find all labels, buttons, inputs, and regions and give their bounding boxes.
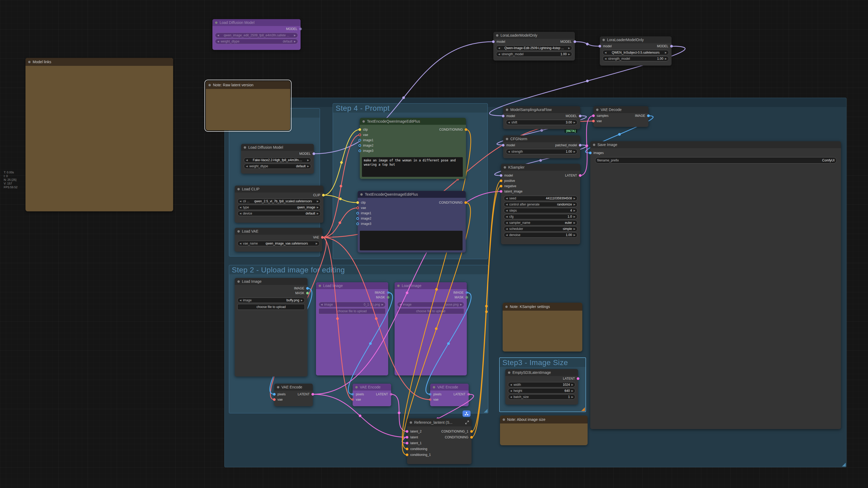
- collapse-dot-icon[interactable]: [397, 285, 400, 287]
- node-header[interactable]: TextEncodeQwenImageEditPlus: [358, 191, 466, 198]
- subgraph-badge-icon[interactable]: [463, 410, 470, 417]
- output-port-latent[interactable]: [311, 393, 314, 396]
- output-port-model[interactable]: [299, 28, 302, 30]
- collapse-dot-icon[interactable]: [602, 39, 605, 41]
- input-port-image1[interactable]: [359, 139, 361, 142]
- input-port-vae[interactable]: [429, 398, 432, 401]
- note-model-links-header[interactable]: Model links: [26, 58, 173, 66]
- collapse-dot-icon[interactable]: [28, 61, 31, 63]
- input-port-model[interactable]: [502, 144, 504, 147]
- batch-size-widget[interactable]: ◀ batch_size1▶: [508, 394, 576, 400]
- group-step2-resize-handle[interactable]: [484, 409, 488, 413]
- output-port-latent[interactable]: [579, 174, 582, 177]
- output-port-conditioning[interactable]: [464, 201, 467, 204]
- node-header[interactable]: Load Image: [235, 278, 308, 285]
- node-header[interactable]: VAE Encode: [352, 384, 391, 391]
- collapse-dot-icon[interactable]: [508, 371, 510, 374]
- output-port-mask[interactable]: [306, 292, 309, 295]
- input-port-pixels[interactable]: [351, 393, 354, 396]
- output-port-model[interactable]: [574, 40, 576, 43]
- lora-name-combo[interactable]: ◀ QWEN_InSubject-0.5.safetensors▶: [602, 50, 669, 55]
- node-header[interactable]: VAE Encode: [430, 384, 469, 391]
- collapse-dot-icon[interactable]: [244, 146, 246, 149]
- collapse-dot-icon[interactable]: [593, 144, 595, 146]
- node-reference-latent-subgraph[interactable]: Reference_lantent (S... latent_2 CONDITI…: [407, 419, 472, 464]
- node-load-vae[interactable]: Load VAE VAE ◀ vae_nameqwen_image_vae.sa…: [235, 228, 322, 252]
- collapse-dot-icon[interactable]: [277, 386, 279, 389]
- note-ksampler-settings[interactable]: Note: KSampler settings: [503, 303, 582, 352]
- collapse-dot-icon[interactable]: [237, 188, 240, 190]
- node-model-sampling-auraflow[interactable]: ModelSamplingAuraFlow model MODEL ◀ shif…: [503, 106, 580, 129]
- note-ksampler-settings-header[interactable]: Note: KSampler settings: [503, 303, 582, 311]
- input-port-conditioning[interactable]: [406, 448, 408, 450]
- node-lora-loader-1[interactable]: LoraLoaderModelOnly model MODEL ◀ Qwen-I…: [493, 32, 575, 61]
- output-port-latent[interactable]: [467, 393, 470, 396]
- note-raw-latent[interactable]: Note: Raw latent version: [206, 81, 290, 130]
- weight-dtype-combo[interactable]: ◀ weight_dtypedefault▶: [215, 39, 298, 44]
- node-vae-encode-3-bypassed[interactable]: VAE Encode pixels LATENT vae: [430, 384, 469, 406]
- output-port-model[interactable]: [579, 115, 582, 117]
- node-header[interactable]: Load Image: [395, 282, 467, 289]
- input-port-model[interactable]: [598, 45, 601, 48]
- collapse-dot-icon[interactable]: [506, 109, 508, 111]
- node-header[interactable]: CFGNorm: [503, 135, 580, 142]
- node-header[interactable]: Load CLIP: [235, 186, 323, 192]
- node-vae-encode-2-bypassed[interactable]: VAE Encode pixels LATENT vae: [352, 384, 391, 406]
- clip-type-combo[interactable]: ◀ typeqwen_image▶: [237, 205, 321, 210]
- collapse-dot-icon[interactable]: [360, 193, 363, 196]
- input-port-positive[interactable]: [500, 180, 502, 182]
- node-header[interactable]: ModelSamplingAuraFlow: [503, 106, 580, 113]
- collapse-dot-icon[interactable]: [496, 34, 498, 37]
- node-load-diffusion-model-bypassed[interactable]: Load Diffusion Model MODEL ◀ qwen_image_…: [212, 19, 301, 50]
- output-port-image[interactable]: [387, 291, 390, 294]
- image-combo[interactable]: ◀ image0_1 (5).png▶: [319, 302, 385, 307]
- collapse-dot-icon[interactable]: [503, 419, 505, 421]
- choose-file-button[interactable]: choose file to upload: [397, 308, 464, 314]
- node-load-image-3-bypassed[interactable]: Load Image IMAGE MASK ◀ imagepose.png▶ c…: [395, 282, 467, 375]
- output-port-clip[interactable]: [322, 194, 325, 196]
- input-port-clip[interactable]: [356, 201, 359, 204]
- collapse-dot-icon[interactable]: [237, 280, 240, 283]
- input-port-conditioning-1[interactable]: [406, 454, 408, 456]
- output-port-mask[interactable]: [387, 296, 390, 299]
- node-save-image[interactable]: Save Image images filename_prefixComfyUI: [590, 141, 841, 429]
- output-port-conditioning[interactable]: [465, 128, 467, 131]
- group-main-resize-handle[interactable]: [842, 463, 846, 466]
- group-main-header[interactable]: [225, 98, 846, 107]
- weight-dtype-combo[interactable]: ◀ weight_dtypedefault▶: [244, 163, 311, 169]
- collapse-dot-icon[interactable]: [433, 386, 435, 389]
- output-port-latent[interactable]: [390, 393, 393, 396]
- steps-widget[interactable]: ◀ steps4▶: [504, 208, 578, 213]
- input-port-image2[interactable]: [356, 217, 359, 220]
- image-combo[interactable]: ◀ imagebuffy.png▶: [237, 298, 305, 303]
- input-port-vae[interactable]: [359, 133, 361, 136]
- input-port-latent-1[interactable]: [406, 442, 408, 445]
- input-port-pixels[interactable]: [273, 393, 276, 396]
- input-port-clip[interactable]: [359, 128, 361, 131]
- input-port-image1[interactable]: [356, 212, 359, 215]
- collapse-dot-icon[interactable]: [506, 138, 508, 140]
- node-header[interactable]: VAE Decode: [593, 106, 648, 113]
- input-port-latent-2[interactable]: [406, 430, 408, 433]
- note-about-image-size-header[interactable]: Note: About image size: [500, 416, 588, 424]
- node-vae-encode[interactable]: VAE Encode pixels LATENT vae: [274, 384, 313, 406]
- node-text-encode-positive[interactable]: TextEncodeQwenImageEditPlus clip CONDITI…: [360, 118, 466, 179]
- node-header[interactable]: LoraLoaderModelOnly: [493, 32, 575, 39]
- output-port-image[interactable]: [647, 115, 650, 117]
- input-port-model[interactable]: [502, 115, 504, 117]
- width-widget[interactable]: ◀ width1024▶: [508, 382, 576, 387]
- note-about-image-size[interactable]: Note: About image size: [500, 416, 588, 445]
- collapse-dot-icon[interactable]: [410, 421, 412, 424]
- input-port-vae[interactable]: [592, 120, 595, 122]
- node-vae-decode[interactable]: VAE Decode samples IMAGE vae: [593, 106, 648, 127]
- graph-canvas[interactable]: Step 4 - Prompt Step 2 - Upload image fo…: [0, 0, 868, 488]
- input-port-latent-image[interactable]: [500, 190, 502, 193]
- node-load-image[interactable]: Load Image IMAGE MASK ◀ imagebuffy.png▶ …: [235, 278, 308, 376]
- lora-name-combo[interactable]: ◀ Qwen-Image-Edit-2509-Lightning-4step .…: [496, 45, 572, 51]
- output-port-conditioning-1[interactable]: [470, 430, 473, 433]
- node-header[interactable]: Load Diffusion Model: [241, 144, 314, 151]
- cfg-widget[interactable]: ◀ cfg1.0▶: [504, 214, 578, 219]
- output-port-mask[interactable]: [465, 296, 468, 299]
- height-widget[interactable]: ◀ height640▶: [508, 388, 576, 394]
- scheduler-widget[interactable]: ◀ schedulersimple▶: [504, 226, 578, 232]
